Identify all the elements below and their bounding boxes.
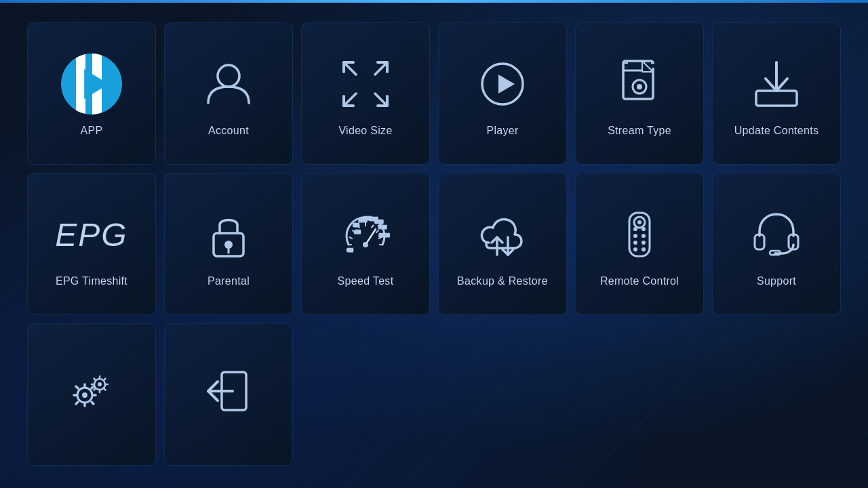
epg-icon: EPG <box>58 201 125 268</box>
stream-type-icon <box>606 50 673 118</box>
svg-line-25 <box>376 230 378 232</box>
grid-item-epg-timeshift[interactable]: EPG EPG Timeshift <box>27 173 156 315</box>
account-label: Account <box>208 125 249 137</box>
svg-line-2 <box>375 62 387 75</box>
svg-line-4 <box>344 94 356 106</box>
grid-item-remote-control[interactable]: Remote Control <box>575 173 704 315</box>
svg-point-29 <box>363 242 368 247</box>
svg-point-17 <box>224 241 233 249</box>
svg-rect-12 <box>625 64 628 68</box>
epg-timeshift-label: EPG Timeshift <box>56 275 127 287</box>
svg-line-28 <box>366 229 376 245</box>
video-size-icon <box>332 50 399 118</box>
grid-item-player[interactable]: Player <box>438 22 567 165</box>
grid-item-update-contents[interactable]: Update Contents <box>712 22 841 165</box>
svg-line-1 <box>344 62 356 75</box>
remote-control-label: Remote Control <box>600 275 679 287</box>
svg-line-3 <box>375 94 387 106</box>
empty-cell-2 <box>438 323 567 466</box>
support-label: Support <box>757 275 796 287</box>
update-contents-icon <box>743 50 810 118</box>
svg-text:100M: 100M <box>379 233 389 237</box>
svg-point-46 <box>633 241 637 245</box>
svg-text:75M: 75M <box>378 225 387 229</box>
app-label: APP <box>81 125 103 137</box>
svg-text:50M: 50M <box>375 220 383 224</box>
support-icon <box>743 201 810 268</box>
grid-item-support[interactable]: Support <box>712 173 841 315</box>
grid-item-speed-test[interactable]: 0M 1M 5M 10M 20M 30M 50M 75M 100M Speed … <box>301 173 430 315</box>
speed-test-icon: 0M 1M 5M 10M 20M 30M 50M 75M 100M <box>332 201 399 268</box>
grid-item-video-size[interactable]: Video Size <box>301 22 430 165</box>
app-icon <box>58 50 125 118</box>
svg-line-26 <box>379 237 382 239</box>
svg-text:1M: 1M <box>355 230 360 234</box>
svg-marker-6 <box>498 75 515 94</box>
backup-restore-label: Backup & Restore <box>457 275 548 287</box>
grid-item-stream-type[interactable]: Stream Type <box>575 22 704 165</box>
svg-rect-14 <box>756 91 797 106</box>
svg-text:0M: 0M <box>347 248 353 252</box>
grid-item-settings[interactable] <box>27 323 156 466</box>
update-contents-label: Update Contents <box>734 125 819 137</box>
svg-line-20 <box>350 237 353 239</box>
grid-item-exit[interactable] <box>164 323 293 466</box>
empty-cell-4 <box>712 323 841 466</box>
video-size-label: Video Size <box>338 125 392 137</box>
account-icon <box>195 50 262 118</box>
grid-item-app[interactable]: APP <box>27 22 156 165</box>
svg-point-58 <box>98 382 102 386</box>
speed-test-label: Speed Test <box>338 275 394 287</box>
svg-point-48 <box>633 247 637 251</box>
svg-point-51 <box>637 220 642 224</box>
svg-point-0 <box>218 65 239 87</box>
grid-item-parental[interactable]: Parental <box>164 173 293 315</box>
svg-rect-41 <box>629 213 650 256</box>
backup-restore-icon <box>469 201 536 268</box>
svg-point-45 <box>642 234 646 238</box>
empty-cell-1 <box>301 323 430 466</box>
parental-icon <box>195 201 262 268</box>
svg-line-24 <box>372 226 374 228</box>
svg-point-44 <box>633 234 637 238</box>
parental-label: Parental <box>208 275 250 287</box>
player-label: Player <box>486 125 518 137</box>
svg-rect-13 <box>651 64 654 68</box>
settings-icon <box>58 357 125 425</box>
grid-item-backup-restore[interactable]: Backup & Restore <box>438 173 567 315</box>
grid-item-account[interactable]: Account <box>164 22 293 165</box>
empty-cell-3 <box>575 323 704 466</box>
svg-point-49 <box>642 247 646 251</box>
remote-control-icon <box>606 201 673 268</box>
svg-point-9 <box>637 84 642 89</box>
exit-icon <box>195 357 262 425</box>
svg-point-56 <box>82 392 87 398</box>
svg-point-47 <box>642 241 646 245</box>
main-grid: APP Account Video Size <box>14 9 854 479</box>
svg-text:5M: 5M <box>353 223 359 227</box>
player-icon <box>469 50 536 118</box>
stream-type-label: Stream Type <box>608 125 671 137</box>
